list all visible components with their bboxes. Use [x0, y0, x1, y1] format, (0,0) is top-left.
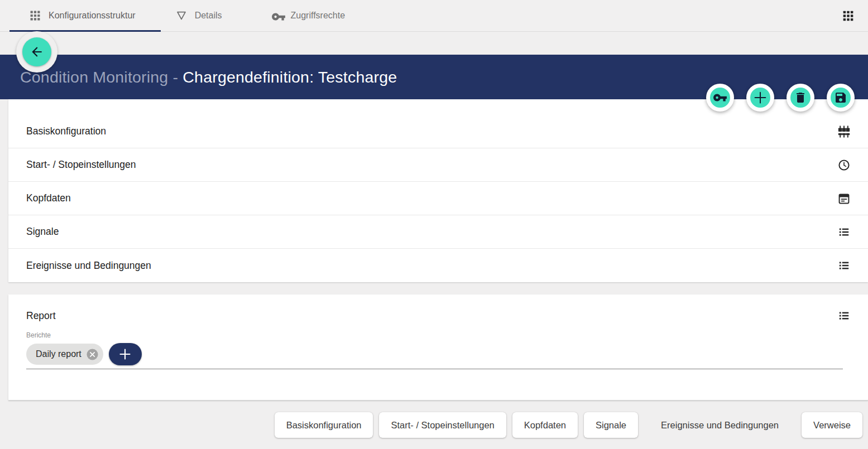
list-icon	[837, 309, 851, 322]
tab-label: Konfigurationsstruktur	[49, 11, 136, 21]
berichte-chip-row: Daily report	[26, 343, 851, 365]
bottom-nav-start-stopeinstellungen[interactable]: Start- / Stopeinstellungen	[379, 412, 506, 438]
bottom-nav-basiskonfiguration[interactable]: Basiskonfiguration	[275, 412, 373, 438]
bottom-nav-verweise[interactable]: Verweise	[802, 412, 862, 438]
save-icon	[834, 91, 847, 104]
section-row-label: Ereignisse und Bedingungen	[26, 260, 837, 272]
section-row-start-stopeinstellungen[interactable]: Start- / Stopeinstellungen	[8, 148, 868, 182]
save-button[interactable]	[827, 84, 855, 112]
section-row-signale[interactable]: Signale	[8, 215, 868, 249]
section-row-kopfdaten[interactable]: Kopfdaten	[8, 182, 868, 215]
chip-remove-icon[interactable]	[87, 349, 98, 360]
report-card: Report Berichte Daily report	[8, 294, 868, 400]
page-title-main: Chargendefinition: Testcharge	[183, 68, 397, 86]
tab-konfigurationsstruktur[interactable]: Konfigurationsstruktur	[29, 0, 136, 31]
report-title: Report	[26, 310, 837, 322]
field-underline	[26, 369, 843, 369]
add-report-button[interactable]	[109, 343, 142, 365]
tab-zugriffsrechte[interactable]: Zugriffsrechte	[271, 0, 346, 31]
apps-grid-button[interactable]	[842, 9, 855, 22]
report-header-row[interactable]: Report	[26, 294, 851, 322]
tab-details[interactable]: Details	[175, 0, 222, 31]
header-action-buttons	[706, 84, 855, 112]
spacer	[0, 282, 868, 294]
delete-button[interactable]	[787, 84, 814, 112]
calendar-icon	[837, 192, 851, 205]
back-button-halo	[16, 31, 57, 73]
spacer	[0, 32, 868, 55]
sliders-icon	[837, 125, 851, 138]
section-row-label: Signale	[26, 226, 837, 238]
section-row-label: Kopfdaten	[26, 192, 837, 204]
bottom-navigation-bar: BasiskonfigurationStart- / Stopeinstellu…	[0, 412, 868, 438]
arrow-back-icon	[30, 45, 44, 59]
bottom-nav-kopfdaten[interactable]: Kopfdaten	[512, 412, 578, 438]
list-icon	[837, 259, 851, 272]
tab-label: Zugriffsrechte	[291, 11, 346, 21]
section-row-basiskonfiguration[interactable]: Basiskonfiguration	[8, 115, 868, 148]
list-icon	[837, 225, 851, 239]
grid-icon	[29, 9, 41, 22]
section-row-label: Basiskonfiguration	[26, 125, 837, 137]
tab-label: Details	[195, 11, 222, 21]
permissions-button[interactable]	[706, 84, 734, 112]
configuration-sections-card: BasiskonfigurationStart- / Stopeinstellu…	[8, 99, 868, 282]
key-icon	[271, 9, 284, 22]
section-row-label: Start- / Stopeinstellungen	[26, 159, 837, 171]
report-chip[interactable]: Daily report	[26, 344, 103, 365]
trash-icon	[794, 91, 807, 104]
back-button[interactable]	[22, 37, 51, 66]
section-row-ereignisse-und-bedingungen[interactable]: Ereignisse und Bedingungen	[8, 249, 868, 282]
plus-icon	[752, 89, 769, 106]
app-header: Condition Monitoring - Chargendefinition…	[0, 55, 868, 99]
filter-icon	[175, 9, 188, 22]
clock-icon	[837, 158, 851, 172]
report-chip-label: Daily report	[36, 349, 81, 359]
add-button[interactable]	[746, 84, 774, 112]
berichte-field-label: Berichte	[26, 331, 851, 339]
key-icon	[713, 90, 727, 105]
plus-icon	[118, 347, 132, 361]
top-tab-bar: Konfigurationsstruktur Details Zugriffsr…	[0, 0, 868, 32]
page-title: Condition Monitoring - Chargendefinition…	[20, 69, 397, 85]
bottom-nav-ereignisse-und-bedingungen[interactable]: Ereignisse und Bedingungen	[644, 412, 795, 438]
bottom-nav-signale[interactable]: Signale	[584, 412, 638, 438]
